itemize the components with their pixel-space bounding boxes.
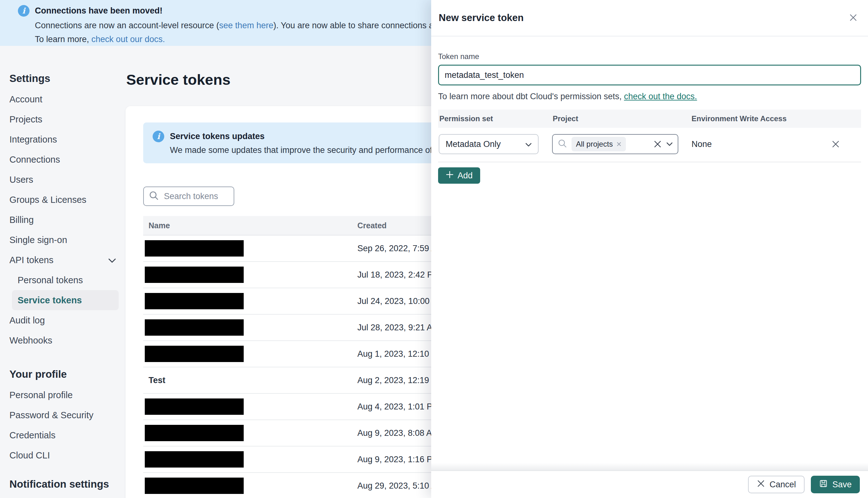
divider [438,162,861,162]
redacted-token-name [145,266,244,283]
project-chip[interactable]: All projects [571,137,626,151]
redacted-token-name [145,425,244,441]
sidebar-heading-your-profile: Your profile [0,368,126,381]
sidebar-item-service-tokens[interactable]: Service tokens [12,290,119,310]
sidebar-item-credentials[interactable]: Credentials [0,425,126,445]
sidebar-item-groups-licenses[interactable]: Groups & Licenses [0,189,126,210]
save-button[interactable]: Save [811,476,860,493]
sidebar-heading-settings: Settings [0,72,126,85]
sidebar-heading-notification-settings: Notification settings [0,478,126,490]
redacted-token-name [145,319,244,336]
redacted-token-name [145,293,244,309]
sidebar-item-account[interactable]: Account [0,89,126,109]
see-them-here-link[interactable]: see them here [219,21,274,30]
search-input[interactable] [163,191,231,201]
sidebar-item-audit-log[interactable]: Audit log [0,310,126,330]
check-out-our-docs-link[interactable]: check out our docs. [91,35,165,44]
close-drawer-button[interactable] [846,10,860,26]
remove-row-button[interactable] [829,139,842,150]
sidebar-item-label: Personal profile [10,390,73,400]
chevron-down-icon [525,140,532,149]
redacted-token-name [145,398,244,415]
check-out-the-docs-link[interactable]: check out the docs. [624,92,697,101]
column-header-environment-write-access: Environment Write Access [692,109,787,128]
sidebar-item-integrations[interactable]: Integrations [0,129,126,149]
sidebar-item-label: Users [10,174,33,185]
token-name-cell: Test [143,376,357,385]
project-multiselect[interactable]: All projects [552,134,678,154]
banner-title: Connections have been moved! [35,6,163,16]
banner-line1-text: Connections are now an account-level res… [35,21,219,30]
sidebar-item-label: Password & Security [10,410,94,420]
chevron-down-icon [108,255,116,265]
permissions-table-header: Permission set Project Environment Write… [438,109,861,128]
sidebar-item-label: API tokens [10,255,53,265]
sidebar-item-label: Groups & Licenses [10,195,87,205]
close-icon [849,13,858,23]
sidebar-item-webhooks[interactable]: Webhooks [0,330,126,351]
sidebar-item-label: Billing [10,215,34,225]
sidebar-item-label: Webhooks [10,335,52,346]
sidebar-item-billing[interactable]: Billing [0,210,126,230]
drawer-title: New service token [439,12,524,24]
sidebar-item-label: Personal tokens [17,275,83,285]
sidebar-item-single-sign-on[interactable]: Single sign-on [0,230,126,250]
settings-sidebar: Settings Account Projects Integrations C… [0,46,126,498]
sidebar-item-label: Integrations [10,134,57,145]
footer-shadow [431,463,868,470]
sidebar-item-users[interactable]: Users [0,170,126,189]
sidebar-item-password-security[interactable]: Password & Security [0,405,126,425]
search-icon [558,139,567,149]
sidebar-item-label: Credentials [10,430,56,441]
search-tokens-box[interactable] [143,186,234,206]
new-service-token-drawer: New service token Token name To learn mo… [431,0,868,498]
redacted-token-name [145,451,244,468]
sidebar-item-label: Connections [10,155,60,165]
sidebar-item-label: Projects [10,114,42,124]
column-header-name: Name [143,221,357,230]
save-button-label: Save [832,480,852,489]
close-icon [831,140,840,150]
token-name-label: Token name [438,52,861,61]
permission-set-select[interactable]: Metadata Only [439,134,539,154]
search-icon [149,191,159,202]
sidebar-item-personal-tokens[interactable]: Personal tokens [0,270,126,290]
token-name-input[interactable] [438,65,861,86]
redacted-token-name [145,240,244,257]
remove-chip-icon[interactable] [616,140,621,148]
cancel-button-label: Cancel [770,480,796,489]
info-icon: i [153,131,164,142]
drawer-header: New service token [431,0,868,36]
add-button-label: Add [458,171,473,181]
sidebar-item-cloud-cli[interactable]: Cloud CLI [0,445,126,466]
redacted-token-name [145,346,244,362]
drawer-body: Token name To learn more about dbt Cloud… [431,36,868,184]
sidebar-item-projects[interactable]: Projects [0,109,126,129]
docs-line-text: To learn more about dbt Cloud's permissi… [438,92,624,101]
clear-selection-icon[interactable] [653,140,662,148]
permission-row: Metadata Only All projects [438,134,861,155]
project-chip-label: All projects [576,140,613,148]
permission-docs-line: To learn more about dbt Cloud's permissi… [438,92,861,102]
sidebar-item-label: Single sign-on [10,235,67,245]
drawer-footer: Cancel Save [431,470,868,498]
environment-write-access-value: None [692,134,712,154]
save-icon [819,479,828,490]
sidebar-item-label: Account [10,94,42,105]
sidebar-item-label: Cloud CLI [10,450,50,461]
sidebar-item-api-tokens[interactable]: API tokens [0,250,126,270]
sidebar-item-connections[interactable]: Connections [0,149,126,170]
close-icon [757,480,765,490]
add-permission-button[interactable]: Add [438,167,480,184]
sidebar-item-label: Service tokens [17,295,82,305]
chevron-down-icon[interactable] [666,142,673,146]
plus-icon [446,170,454,181]
notice-title: Service tokens updates [170,132,265,141]
info-icon: i [18,5,29,17]
sidebar-item-personal-profile[interactable]: Personal profile [0,385,126,405]
column-header-permission-set: Permission set [439,109,493,128]
sidebar-item-label: Audit log [10,315,45,326]
column-header-project: Project [553,109,578,128]
cancel-button[interactable]: Cancel [748,476,805,493]
banner-line2-text: To learn more, [35,35,91,44]
